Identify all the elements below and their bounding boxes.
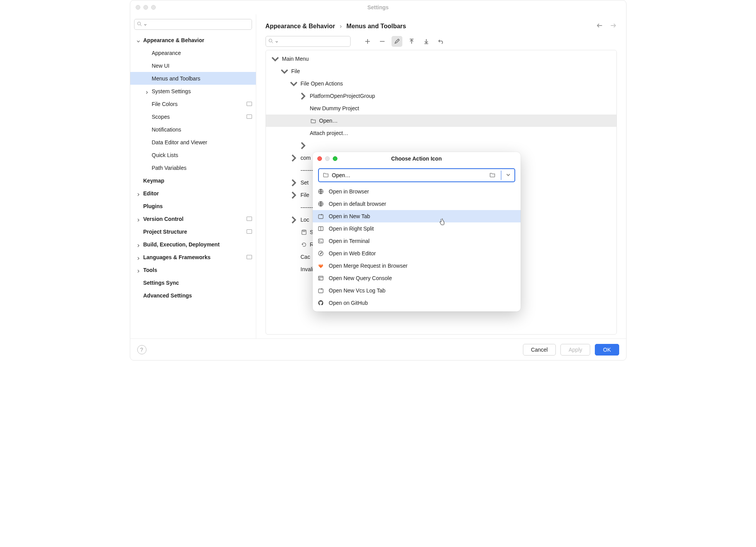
sidebar-item[interactable]: File Colors — [130, 97, 256, 110]
chevron-down-icon[interactable] — [289, 79, 298, 89]
restore-defaults-button[interactable] — [436, 36, 446, 47]
sidebar-item-label: Project Structure — [143, 229, 247, 235]
choose-action-icon-dialog: Choose Action Icon Open in BrowserOpen i… — [313, 152, 521, 311]
apply-button[interactable]: Apply — [560, 344, 590, 356]
icon-option[interactable]: Open in New Tab — [313, 210, 521, 222]
icon-option[interactable]: Open in Web Editor — [313, 247, 521, 260]
tree-search[interactable] — [266, 36, 351, 47]
icon-option-label: Open in Terminal — [329, 238, 370, 244]
titlebar: Settings — [130, 0, 626, 14]
tree-row-label: Set — [301, 179, 309, 186]
chevron-right-icon[interactable] — [136, 243, 140, 246]
tree-row[interactable]: File — [266, 65, 616, 77]
sidebar-item[interactable]: Editor — [130, 187, 256, 200]
icon-option-label: Open in default browser — [329, 201, 387, 207]
add-action-button[interactable] — [362, 36, 373, 47]
sidebar-item[interactable]: Plugins — [130, 200, 256, 212]
cancel-button[interactable]: Cancel — [523, 344, 556, 356]
sidebar-item[interactable]: Version Control — [130, 212, 256, 225]
ok-button[interactable]: OK — [595, 344, 619, 356]
chevron-right-icon[interactable] — [145, 89, 149, 93]
icon-option[interactable]: Open in Terminal — [313, 235, 521, 247]
sidebar-item-label: Plugins — [143, 203, 252, 209]
chevron-right-icon[interactable] — [136, 191, 140, 195]
forward-button[interactable] — [610, 22, 617, 31]
tree-search-input[interactable] — [280, 39, 348, 44]
browse-icon[interactable] — [489, 172, 495, 179]
tree-row[interactable]: PlatformOpenProjectGroup — [266, 90, 616, 102]
help-button[interactable]: ? — [137, 345, 146, 354]
icon-options-list: Open in BrowserOpen in default browserOp… — [313, 185, 521, 309]
tree-row[interactable] — [266, 139, 616, 152]
sidebar-item[interactable]: Appearance — [130, 46, 256, 59]
sidebar-item[interactable]: Notifications — [130, 123, 256, 136]
sidebar-item[interactable]: Build, Execution, Deployment — [130, 238, 256, 251]
tree-row-label: PlatformOpenProjectGroup — [310, 93, 375, 99]
sidebar-item[interactable]: Menus and Toolbars — [130, 72, 256, 85]
tree-row[interactable]: File Open Actions — [266, 77, 616, 90]
tree-row[interactable]: Attach project… — [266, 127, 616, 139]
sidebar-item[interactable]: Data Editor and Viewer — [130, 136, 256, 149]
icon-option-label: Open Merge Request in Browser — [329, 263, 408, 269]
sidebar-item[interactable]: Quick Lists — [130, 149, 256, 161]
chevron-right-icon[interactable] — [289, 153, 298, 163]
chevron-right-icon[interactable] — [289, 178, 298, 188]
dropdown-toggle[interactable] — [504, 172, 512, 178]
remove-action-button[interactable] — [377, 36, 388, 47]
chevron-right-icon[interactable] — [136, 217, 140, 221]
save-icon — [301, 229, 308, 235]
chevron-right-icon[interactable] — [289, 190, 298, 200]
sidebar-search[interactable] — [134, 19, 252, 30]
icon-option[interactable]: Open New Vcs Log Tab — [313, 284, 521, 297]
sidebar-item[interactable]: Keymap — [130, 174, 256, 187]
chevron-down-icon[interactable] — [136, 38, 140, 42]
move-down-button[interactable] — [421, 36, 432, 47]
project-scope-icon — [247, 229, 252, 234]
chevron-right-icon[interactable] — [298, 91, 308, 101]
sidebar-item-label: Data Editor and Viewer — [152, 139, 252, 145]
sidebar-item[interactable]: Project Structure — [130, 225, 256, 238]
chevron-right-icon[interactable] — [298, 140, 308, 151]
sidebar-item[interactable]: Path Variables — [130, 161, 256, 174]
icon-option[interactable]: Open Merge Request in Browser — [313, 260, 521, 272]
sidebar-item[interactable]: Advanced Settings — [130, 289, 256, 302]
sidebar-item[interactable]: Appearance & Behavior — [130, 34, 256, 46]
folder-icon — [310, 118, 317, 124]
icon-option[interactable]: Open New Query Console — [313, 272, 521, 284]
sidebar-item[interactable]: Scopes — [130, 110, 256, 123]
icon-option-label: Open in Web Editor — [329, 250, 376, 256]
terminal-icon — [317, 238, 324, 244]
icon-path-field[interactable] — [318, 168, 515, 182]
chevron-right-icon[interactable] — [136, 255, 140, 259]
icon-option[interactable]: Open in Right Split — [313, 222, 521, 235]
globe-icon — [317, 201, 324, 207]
sidebar-item[interactable]: Languages & Frameworks — [130, 251, 256, 263]
sidebar-item-label: Scopes — [152, 114, 247, 120]
chevron-right-icon[interactable] — [136, 268, 140, 272]
chevron-down-icon[interactable] — [280, 66, 289, 77]
back-button[interactable] — [596, 22, 603, 31]
chevron-down-icon — [144, 21, 147, 27]
sidebar-item[interactable]: System Settings — [130, 85, 256, 97]
sidebar-search-input[interactable] — [148, 22, 249, 27]
search-icon — [268, 38, 274, 45]
breadcrumb-root[interactable]: Appearance & Behavior — [266, 23, 335, 30]
tree-row-label: Main Menu — [282, 56, 309, 62]
move-up-button[interactable] — [406, 36, 417, 47]
sidebar-item[interactable]: Settings Sync — [130, 276, 256, 289]
chevron-down-icon[interactable] — [271, 54, 280, 64]
sidebar-item[interactable]: Tools — [130, 263, 256, 276]
icon-option[interactable]: Open in Browser — [313, 185, 521, 198]
tree-row[interactable]: New Dummy Project — [266, 102, 616, 115]
tree-row[interactable]: Open… — [266, 115, 616, 127]
github-icon — [317, 300, 324, 306]
icon-path-input[interactable] — [332, 172, 486, 178]
icon-option[interactable]: Open in default browser — [313, 198, 521, 210]
icon-option[interactable]: Open on GitHub — [313, 297, 521, 309]
folder-icon — [323, 172, 329, 179]
icon-option-label: Open New Query Console — [329, 275, 392, 281]
chevron-right-icon[interactable] — [289, 215, 298, 225]
tree-row[interactable]: Main Menu — [266, 53, 616, 65]
sidebar-item[interactable]: New UI — [130, 59, 256, 72]
edit-icon-button[interactable] — [392, 36, 402, 47]
